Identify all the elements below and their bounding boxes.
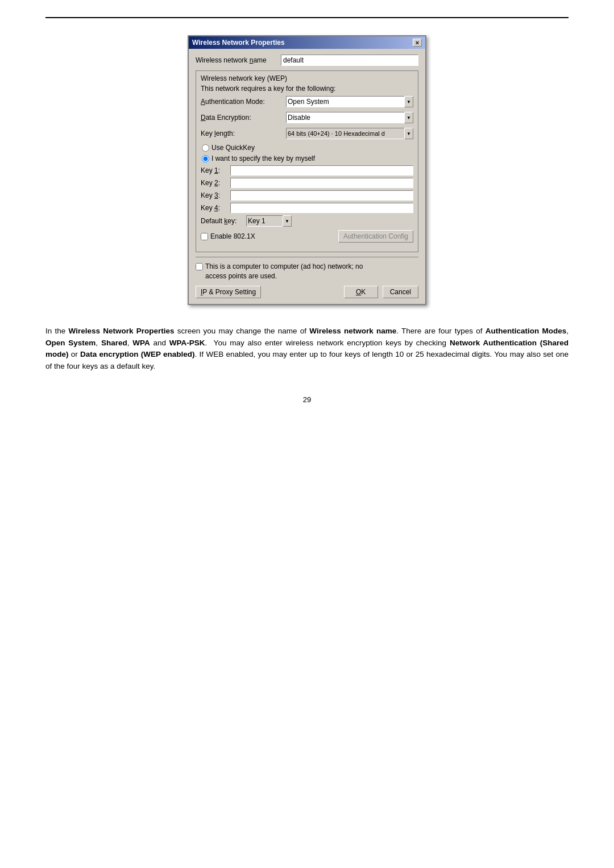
dialog-wrapper: Wireless Network Properties × Wireless n…	[45, 35, 569, 305]
dialog: Wireless Network Properties × Wireless n…	[188, 35, 426, 305]
dialog-title: Wireless Network Properties	[192, 39, 285, 47]
default-key-label: Default key:	[201, 217, 246, 225]
adhoc-checkbox[interactable]	[196, 263, 203, 270]
key4-label: Key 4:	[201, 204, 230, 212]
body-text: In the Wireless Network Properties scree…	[45, 326, 569, 373]
default-key-select-wrapper: Key 1 Key 2 Key 3 Key 4 ▼	[246, 215, 292, 227]
radio-quickkey[interactable]	[202, 144, 209, 152]
key3-row: Key 3:	[201, 190, 413, 201]
wep-group-title: Wireless network key (WEP)	[201, 74, 413, 82]
wep-subtitle: This network requires a key for the foll…	[201, 85, 413, 93]
key3-input[interactable]	[230, 190, 413, 201]
network-name-label: Wireless network name	[196, 56, 281, 64]
key-length-select-wrapper: 64 bits (40+24) · 10 Hexadecimal d 128 b…	[286, 128, 413, 139]
page-number: 29	[45, 395, 569, 404]
divider-line	[196, 257, 418, 257]
adhoc-label: This is a computer to computer (ad hoc) …	[205, 262, 363, 281]
network-name-row: Wireless network name	[196, 55, 418, 66]
auth-config-button[interactable]: Authentication Config	[338, 230, 413, 243]
data-encryption-label: Data Encryption:	[201, 114, 286, 122]
key2-row: Key 2:	[201, 178, 413, 188]
dialog-buttons-row: IP & Proxy Setting OK Cancel	[196, 286, 418, 298]
key4-row: Key 4:	[201, 203, 413, 213]
key-length-select[interactable]: 64 bits (40+24) · 10 Hexadecimal d 128 b…	[286, 128, 413, 139]
cancel-button[interactable]: Cancel	[383, 286, 418, 298]
auth-mode-label: Authentication Mode:	[201, 98, 286, 106]
auth-mode-row: Authentication Mode: Open System Shared …	[201, 96, 413, 107]
data-encryption-select-wrapper: Disable WEP ▼	[286, 112, 413, 123]
radio-specify-row: I want to specify the key by myself	[202, 155, 413, 162]
key2-input[interactable]	[230, 178, 413, 188]
enable-802-label: Enable 802.1X	[210, 232, 255, 240]
key1-input[interactable]	[230, 165, 413, 176]
auth-mode-select-wrapper: Open System Shared WPA WPA-PSK ▼	[286, 96, 413, 107]
key1-label: Key 1:	[201, 166, 230, 174]
enable-802-checkbox[interactable]	[201, 233, 208, 240]
page-container: Wireless Network Properties × Wireless n…	[0, 0, 614, 868]
network-name-input[interactable]	[281, 55, 418, 66]
radio-quickkey-row: Use QuickKey	[202, 144, 413, 152]
default-key-select[interactable]: Key 1 Key 2 Key 3 Key 4	[246, 215, 292, 227]
key2-label: Key 2:	[201, 179, 230, 187]
key4-input[interactable]	[230, 203, 413, 213]
top-divider	[45, 17, 569, 18]
dialog-body: Wireless network name Wireless network k…	[189, 49, 425, 304]
dialog-close-button[interactable]: ×	[413, 39, 422, 47]
default-key-row: Default key: Key 1 Key 2 Key 3 Key 4 ▼	[201, 215, 413, 227]
radio-specify[interactable]	[202, 155, 209, 162]
ip-proxy-button[interactable]: IP & Proxy Setting	[196, 286, 261, 298]
key1-row: Key 1:	[201, 165, 413, 176]
adhoc-row: This is a computer to computer (ad hoc) …	[196, 262, 418, 281]
enable-802-row: Enable 802.1X Authentication Config	[201, 230, 413, 243]
dialog-titlebar: Wireless Network Properties ×	[189, 36, 425, 49]
radio-quickkey-label: Use QuickKey	[211, 144, 255, 152]
radio-specify-label: I want to specify the key by myself	[211, 155, 315, 162]
key3-label: Key 3:	[201, 191, 230, 199]
ok-button[interactable]: OK	[344, 286, 378, 298]
auth-mode-select[interactable]: Open System Shared WPA WPA-PSK	[286, 96, 413, 107]
wep-group: Wireless network key (WEP) This network …	[196, 70, 418, 252]
data-encryption-row: Data Encryption: Disable WEP ▼	[201, 112, 413, 123]
key-length-label: Key length:	[201, 130, 286, 137]
data-encryption-select[interactable]: Disable WEP	[286, 112, 413, 123]
key-length-row: Key length: 64 bits (40+24) · 10 Hexadec…	[201, 128, 413, 139]
